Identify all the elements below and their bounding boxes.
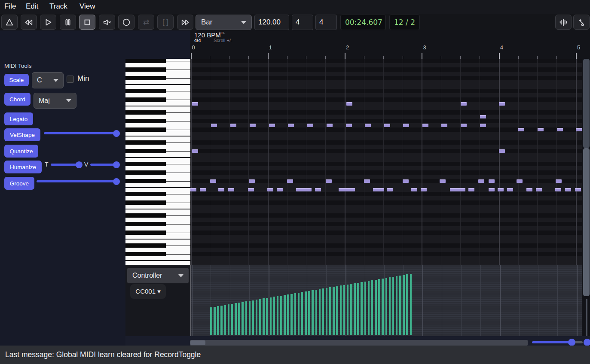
piano-key-black[interactable] <box>125 162 166 166</box>
midi-note[interactable] <box>349 188 355 191</box>
horizontal-scrollbar-thumb[interactable] <box>190 340 205 345</box>
cc-bar[interactable] <box>277 296 279 335</box>
midi-note[interactable] <box>411 188 417 191</box>
midi-note[interactable] <box>555 188 561 191</box>
scale-button[interactable]: Scale <box>4 74 29 86</box>
cc-bar[interactable] <box>410 274 412 335</box>
pause-button[interactable] <box>60 15 76 30</box>
midi-note[interactable] <box>461 124 467 127</box>
vertical-scrollbar[interactable] <box>583 59 590 296</box>
cc-bar[interactable] <box>347 285 349 335</box>
midi-note[interactable] <box>327 124 333 127</box>
cc-bar[interactable] <box>280 296 282 335</box>
cc-bar[interactable] <box>406 274 408 335</box>
horizontal-scrollbar[interactable] <box>190 340 528 346</box>
cc-bar[interactable] <box>235 303 237 335</box>
midi-note[interactable] <box>422 124 428 127</box>
cc-bar[interactable] <box>326 288 328 335</box>
piano-key-black[interactable] <box>125 89 166 93</box>
menu-file[interactable]: File <box>4 2 16 11</box>
midi-routing-button[interactable] <box>573 15 590 30</box>
piano-roll-grid[interactable] <box>190 59 582 265</box>
midi-note[interactable] <box>218 188 224 191</box>
menu-view[interactable]: View <box>79 2 95 11</box>
cc-bar[interactable] <box>403 275 405 335</box>
midi-note[interactable] <box>228 188 234 191</box>
scale-root-dropdown[interactable]: C <box>32 72 64 88</box>
midi-note[interactable] <box>480 115 486 118</box>
midi-note[interactable] <box>315 188 321 191</box>
cc-bar[interactable] <box>343 285 345 335</box>
fast-forward-button[interactable] <box>177 15 193 30</box>
punch-range-button[interactable]: [ ] <box>157 15 174 30</box>
timesig-denominator-field[interactable]: 4 <box>315 15 337 30</box>
cc-bar[interactable] <box>312 290 314 335</box>
cc-bar[interactable] <box>364 282 367 335</box>
cc-bar[interactable] <box>378 279 380 335</box>
midi-note[interactable] <box>364 179 370 183</box>
midi-note[interactable] <box>269 124 275 127</box>
midi-note[interactable] <box>306 188 312 191</box>
cc-bar[interactable] <box>242 302 244 335</box>
cc-bar[interactable] <box>333 287 335 335</box>
groove-slider[interactable] <box>37 180 117 182</box>
piano-key-black[interactable] <box>125 243 166 248</box>
cc-bar[interactable] <box>231 304 233 335</box>
cc-bar[interactable] <box>329 287 331 335</box>
midi-note[interactable] <box>365 124 371 127</box>
piano-key-black[interactable] <box>125 231 166 235</box>
midi-note[interactable] <box>440 179 446 183</box>
tempo-field[interactable]: 120.00 <box>254 15 289 30</box>
midi-note[interactable] <box>200 188 206 191</box>
midi-note[interactable] <box>384 124 390 127</box>
midi-note[interactable] <box>576 128 582 131</box>
cc-bar[interactable] <box>290 294 293 335</box>
velshape-slider-thumb[interactable] <box>113 130 120 137</box>
cc-bar[interactable] <box>298 293 300 335</box>
midi-note[interactable] <box>250 124 256 127</box>
midi-note[interactable] <box>287 179 293 183</box>
midi-note[interactable] <box>498 188 504 191</box>
cc-bar[interactable] <box>273 297 275 335</box>
velshape-slider[interactable] <box>44 132 117 134</box>
cc-bar[interactable] <box>354 283 356 335</box>
menu-edit[interactable]: Edit <box>26 2 38 11</box>
midi-note[interactable] <box>489 188 495 191</box>
timesig-numerator-field[interactable]: 4 <box>292 15 313 30</box>
midi-note[interactable] <box>441 124 447 127</box>
midi-note[interactable] <box>468 188 474 191</box>
midi-note[interactable] <box>277 188 283 191</box>
cc-bar[interactable] <box>389 277 391 335</box>
mute-button[interactable] <box>99 15 115 30</box>
midi-note[interactable] <box>378 188 384 191</box>
lane-type-dropdown[interactable]: Controller <box>127 268 189 283</box>
cc-bar[interactable] <box>263 298 265 335</box>
play-button[interactable] <box>40 15 56 30</box>
midi-note[interactable] <box>211 124 217 127</box>
piano-key-black[interactable] <box>125 97 166 102</box>
cc-bar[interactable] <box>224 305 226 335</box>
humanize-t-slider[interactable] <box>51 164 79 166</box>
midi-note[interactable] <box>387 188 393 191</box>
piano-key-black[interactable] <box>125 59 166 63</box>
v-zoom-slider-thumb[interactable] <box>584 339 590 346</box>
midi-note[interactable] <box>489 179 495 183</box>
cc-bar[interactable] <box>385 278 388 335</box>
timeline-ruler[interactable]: 120 BPM MR- 4/4 Scroll +/- 012345 <box>190 30 590 59</box>
chord-button[interactable]: Chord <box>4 93 31 106</box>
midi-note[interactable] <box>565 188 571 191</box>
midi-note[interactable] <box>499 102 505 106</box>
cc-bar[interactable] <box>322 288 324 335</box>
midi-note[interactable] <box>480 124 486 127</box>
piano-key-black[interactable] <box>125 149 166 153</box>
velshape-button[interactable]: VelShape <box>4 128 40 141</box>
cc-bar[interactable] <box>284 295 286 335</box>
sync-mode-dropdown[interactable]: Bar <box>196 15 252 30</box>
cc-bar[interactable] <box>315 290 318 335</box>
chord-type-dropdown[interactable]: Maj <box>34 93 76 109</box>
cc-bar[interactable] <box>375 280 377 335</box>
cc-bar[interactable] <box>245 301 248 335</box>
piano-key-black[interactable] <box>125 252 166 256</box>
min-checkbox[interactable] <box>67 76 74 83</box>
midi-note[interactable] <box>575 188 581 191</box>
